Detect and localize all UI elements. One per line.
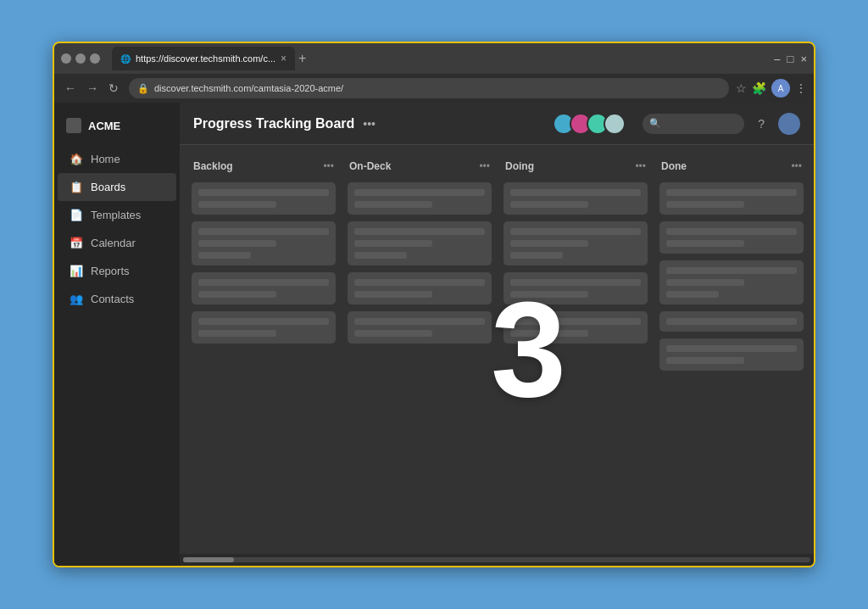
column-backlog-header: Backlog ••• (192, 157, 336, 176)
tab-close-icon[interactable]: × (281, 53, 287, 64)
lock-icon: 🔒 (137, 83, 149, 94)
sidebar-item-boards-label: Boards (91, 181, 125, 193)
extensions-icon[interactable]: 🧩 (752, 81, 766, 95)
doing-card-1[interactable] (504, 182, 648, 215)
address-bar-actions: ☆ 🧩 A ⋮ (736, 79, 807, 98)
close-btn[interactable] (90, 53, 100, 64)
address-bar: ← → ↻ 🔒 discover.techsmith.com/camtasia-… (54, 74, 814, 103)
column-backlog-title: Backlog (193, 160, 233, 172)
done-card-5[interactable] (659, 338, 804, 371)
doing-cards (504, 182, 648, 344)
on-deck-card-4[interactable] (348, 311, 492, 344)
column-doing-menu[interactable]: ••• (635, 160, 646, 172)
backlog-card-2[interactable] (192, 221, 336, 265)
column-on-deck: On-Deck ••• (348, 157, 492, 542)
on-deck-card-3[interactable] (348, 272, 492, 304)
minimize-btn[interactable] (61, 53, 71, 64)
sidebar-item-contacts-label: Contacts (91, 293, 134, 305)
board-header: Progress Tracking Board ••• 🔍 ? (180, 103, 814, 145)
column-on-deck-title: On-Deck (349, 160, 391, 172)
active-tab[interactable]: 🌐 https://discover.techsmith.com/c... × (112, 47, 295, 70)
browser-window: 🌐 https://discover.techsmith.com/c... × … (53, 42, 815, 567)
templates-icon: 📄 (70, 209, 83, 221)
avatar-4 (604, 113, 626, 135)
brand-name: ACME (88, 120, 120, 132)
doing-card-4[interactable] (504, 311, 648, 344)
doing-card-3[interactable] (504, 272, 648, 304)
restore-window-btn[interactable]: □ (787, 53, 794, 65)
done-card-4[interactable] (659, 311, 804, 332)
doing-card-2[interactable] (504, 221, 648, 265)
search-icon: 🔍 (649, 118, 661, 129)
profile-avatar[interactable]: A (771, 79, 790, 98)
scroll-track (183, 557, 810, 562)
backlog-card-3[interactable] (192, 272, 336, 304)
close-window-btn[interactable]: × (800, 53, 807, 65)
board-profile-avatar[interactable] (778, 113, 800, 135)
kanban-board: 3 Backlog ••• (180, 145, 814, 554)
window-controls (61, 53, 100, 64)
column-on-deck-header: On-Deck ••• (348, 157, 492, 176)
boards-icon: 📋 (70, 181, 83, 193)
done-card-1[interactable] (659, 182, 804, 215)
sidebar-item-templates[interactable]: 📄 Templates (58, 201, 176, 229)
on-deck-card-1[interactable] (348, 182, 492, 215)
sidebar-item-calendar-label: Calendar (91, 237, 136, 249)
minimize-window-btn[interactable]: – (774, 53, 780, 65)
board-menu-button[interactable]: ••• (363, 117, 376, 131)
scroll-thumb[interactable] (183, 557, 234, 562)
sidebar: ACME 🏠 Home 📋 Boards 📄 Templates 📅 Cale (54, 103, 180, 566)
sidebar-item-contacts[interactable]: 👥 Contacts (58, 285, 176, 313)
refresh-button[interactable]: ↻ (105, 80, 122, 97)
sidebar-item-boards[interactable]: 📋 Boards (58, 173, 176, 201)
bookmark-icon[interactable]: ☆ (736, 81, 747, 95)
backlog-card-1[interactable] (192, 182, 336, 215)
maximize-btn[interactable] (75, 53, 86, 64)
sidebar-item-home-label: Home (91, 153, 120, 165)
sidebar-item-reports-label: Reports (91, 265, 130, 277)
main-content: Progress Tracking Board ••• 🔍 ? 3 (180, 103, 814, 566)
column-on-deck-menu[interactable]: ••• (479, 160, 490, 172)
back-button[interactable]: ← (61, 80, 80, 97)
column-done-header: Done ••• (659, 157, 804, 176)
column-done: Done ••• (659, 157, 804, 542)
column-done-title: Done (661, 160, 687, 172)
chrome-window-actions: – □ × (774, 53, 807, 65)
column-done-menu[interactable]: ••• (791, 160, 802, 172)
board-title: Progress Tracking Board (193, 116, 354, 131)
backlog-cards (192, 182, 336, 344)
calendar-icon: 📅 (70, 237, 83, 249)
on-deck-card-2[interactable] (348, 221, 492, 265)
tab-favicon: 🌐 (120, 54, 131, 64)
forward-button[interactable]: → (83, 80, 102, 97)
backlog-card-4[interactable] (192, 311, 336, 344)
board-avatars (558, 113, 626, 135)
board-search[interactable]: 🔍 (643, 114, 744, 134)
sidebar-item-reports[interactable]: 📊 Reports (58, 257, 176, 285)
tab-bar: 🌐 https://discover.techsmith.com/c... × … (112, 43, 769, 74)
column-doing-title: Doing (505, 160, 534, 172)
done-card-3[interactable] (659, 260, 804, 304)
column-doing-header: Doing ••• (504, 157, 648, 176)
url-text: discover.techsmith.com/camtasia-2020-acm… (154, 83, 343, 93)
horizontal-scrollbar[interactable] (180, 554, 814, 566)
chrome-tab-bar: 🌐 https://discover.techsmith.com/c... × … (54, 43, 814, 74)
sidebar-item-home[interactable]: 🏠 Home (58, 145, 176, 173)
app-content: ACME 🏠 Home 📋 Boards 📄 Templates 📅 Cale (54, 103, 814, 566)
new-tab-button[interactable]: + (298, 51, 306, 66)
menu-icon[interactable]: ⋮ (795, 81, 807, 95)
done-cards (659, 182, 804, 371)
done-card-2[interactable] (659, 221, 804, 254)
sidebar-item-calendar[interactable]: 📅 Calendar (58, 229, 176, 257)
sidebar-nav: 🏠 Home 📋 Boards 📄 Templates 📅 Calendar 📊 (54, 145, 180, 313)
url-input-box[interactable]: 🔒 discover.techsmith.com/camtasia-2020-a… (129, 78, 729, 98)
help-button[interactable]: ? (758, 117, 765, 131)
home-icon: 🏠 (70, 153, 83, 165)
sidebar-brand: ACME (54, 111, 180, 145)
on-deck-cards (348, 182, 492, 344)
column-backlog-menu[interactable]: ••• (323, 160, 334, 172)
tab-label: https://discover.techsmith.com/c... (136, 53, 275, 64)
column-backlog: Backlog ••• (192, 157, 336, 542)
nav-buttons: ← → ↻ (61, 80, 122, 97)
sidebar-item-templates-label: Templates (91, 209, 141, 221)
